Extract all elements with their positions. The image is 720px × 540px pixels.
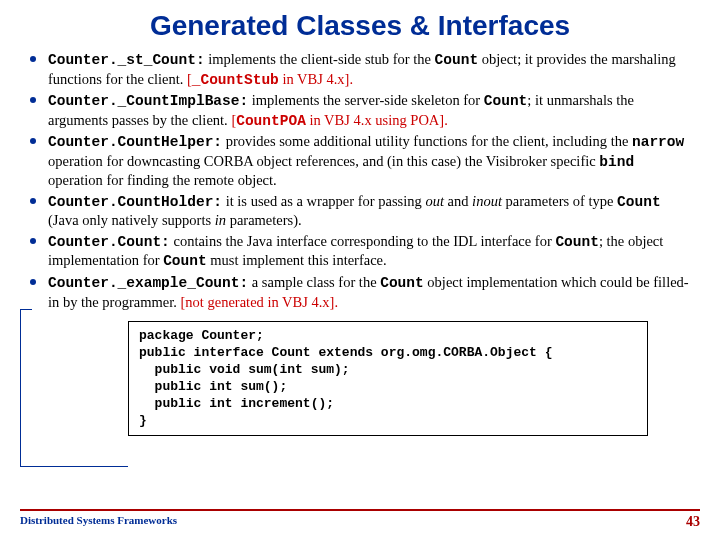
note: [_CountStub in VBJ 4.x]. [187, 71, 353, 87]
code-line: public interface Count extends org.omg.C… [139, 345, 637, 362]
slide-title: Generated Classes & Interfaces [0, 0, 720, 50]
bullet-2: Counter._CountImplBase: implements the s… [48, 91, 690, 130]
italic-text: inout [472, 193, 502, 209]
text: parameters of type [502, 193, 617, 209]
bullet-dot-icon [30, 279, 36, 285]
class-name: Counter._st_Count: [48, 52, 205, 68]
bullet-dot-icon [30, 198, 36, 204]
inline-code: Count [163, 253, 207, 269]
text: in VBJ 4.x]. [279, 71, 353, 87]
code-line: public void sum(int sum); [139, 362, 637, 379]
code-line: public int sum(); [139, 379, 637, 396]
footer-left: Distributed Systems Frameworks [20, 514, 177, 530]
bullet-1: Counter._st_Count: implements the client… [48, 50, 690, 89]
inline-code: _CountStub [192, 72, 279, 88]
inline-code: bind [599, 154, 634, 170]
inline-code: Count [617, 194, 661, 210]
class-name: Counter._example_Count: [48, 275, 248, 291]
inline-code: Count [435, 52, 479, 68]
page-number: 43 [686, 514, 700, 530]
inline-code: Count [380, 275, 424, 291]
footer: Distributed Systems Frameworks 43 [0, 509, 720, 530]
bullet-dot-icon [30, 97, 36, 103]
text: and [444, 193, 472, 209]
inline-code: narrow [632, 134, 684, 150]
italic-text: out [425, 193, 444, 209]
class-name: Counter.CountHelper: [48, 134, 222, 150]
bullet-dot-icon [30, 238, 36, 244]
italic-text: in [215, 212, 226, 228]
note: [not generated in VBJ 4.x]. [180, 294, 338, 310]
text: contains the Java interface correspondin… [170, 233, 556, 249]
bullet-5: Counter.Count: contains the Java interfa… [48, 232, 690, 271]
class-name: Counter._CountImplBase: [48, 93, 248, 109]
text: it is used as a wrapper for passing [222, 193, 425, 209]
text: a sample class for the [248, 274, 380, 290]
bullet-3: Counter.CountHelper: provides some addit… [48, 132, 690, 190]
connector-line-icon [20, 309, 128, 467]
inline-code: Count [484, 93, 528, 109]
inline-code: CountPOA [236, 113, 306, 129]
code-line: public int increment(); [139, 396, 637, 413]
bullet-dot-icon [30, 56, 36, 62]
text: implements the client-side stub for the [205, 51, 435, 67]
text: in VBJ 4.x using POA]. [306, 112, 448, 128]
text: must implement this interface. [207, 252, 387, 268]
bullet-6: Counter._example_Count: a sample class f… [48, 273, 690, 311]
code-line: } [139, 413, 637, 430]
footer-divider [20, 509, 700, 511]
text: operation for finding the remote object. [48, 172, 277, 188]
note: [CountPOA in VBJ 4.x using POA]. [231, 112, 447, 128]
text: implements the server-side skeleton for [248, 92, 484, 108]
class-name: Counter.CountHolder: [48, 194, 222, 210]
connector-line-icon [20, 309, 32, 310]
text: operation for downcasting CORBA object r… [48, 153, 599, 169]
inline-code: Count [555, 234, 599, 250]
code-block: package Counter; public interface Count … [128, 321, 648, 436]
text: (Java only natively supports [48, 212, 215, 228]
text: provides some additional utility functio… [222, 133, 632, 149]
text: parameters). [226, 212, 302, 228]
code-line: package Counter; [139, 328, 637, 345]
class-name: Counter.Count: [48, 234, 170, 250]
bullet-dot-icon [30, 138, 36, 144]
bullet-4: Counter.CountHolder: it is used as a wra… [48, 192, 690, 230]
